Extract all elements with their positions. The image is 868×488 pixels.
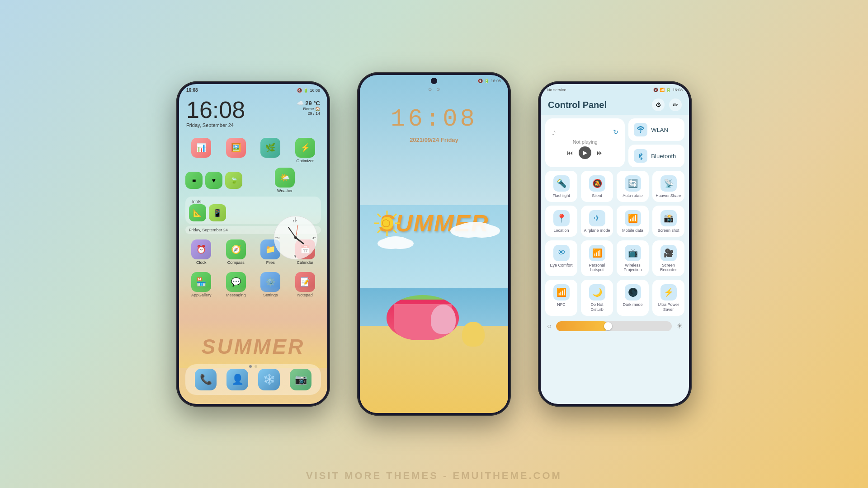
shuffle-icon[interactable]: ↻ (613, 128, 618, 136)
ctrl-ultrapowersaver[interactable]: ⚡ Ultra Power Saver (652, 280, 684, 316)
watermark: VISIT MORE THEMES - EMUITHEME.COM (306, 470, 562, 482)
bluetooth-icon (634, 149, 647, 163)
app-weather[interactable]: 🌤️ Weather (275, 168, 295, 193)
app-photos[interactable]: 🖼️ (220, 138, 252, 163)
screenshot-label: Screen shot (657, 228, 679, 233)
huawei-share-label: Huawei Share (656, 193, 681, 198)
nfc-icon: 📶 (553, 284, 570, 300)
ctrl-hotspot[interactable]: 📶 Personal hotspot (581, 240, 613, 277)
app-icon-optimizer: ⚡ (295, 138, 315, 158)
weather-widget: ☁️ 29 °C Rome 🏠 29 / 14 (297, 100, 320, 116)
ctrl-eyecomfort[interactable]: 👁 Eye Comfort (545, 240, 577, 277)
flashlight-icon: 🔦 (553, 175, 570, 192)
analog-clock-svg: 12 3 6 9 (273, 215, 318, 260)
control-grid-row2: 📍 Location ✈ Airplane mode 📶 Mobile data (545, 206, 684, 237)
control-status-left: No service (547, 88, 566, 92)
svg-line-18 (377, 214, 381, 217)
svg-point-12 (294, 236, 297, 239)
app-leaf[interactable]: 🍃 (225, 172, 242, 189)
control-status-time: 16:08 (672, 88, 683, 92)
app-icon-heart: ♥ (205, 172, 222, 189)
summer-art: SUMMER (179, 286, 327, 368)
svg-line-19 (393, 230, 396, 233)
ctrl-nfc[interactable]: 📶 NFC (545, 280, 577, 316)
eyecomfort-icon: 👁 (553, 245, 570, 261)
dock-camera[interactable]: 📷 (290, 369, 311, 390)
control-grid-row1: 🔦 Flashlight 🔕 Silent 🔄 Auto-rotate (545, 171, 684, 202)
ctrl-screenshot[interactable]: 📸 Screen shot (652, 206, 684, 237)
not-playing-text: Not playing (573, 139, 598, 145)
control-panel-title: Control Panel (548, 100, 607, 110)
ctrl-silent[interactable]: 🔕 Silent (581, 171, 613, 202)
ctrl-mobiledata[interactable]: 📶 Mobile data (617, 206, 649, 237)
ctrl-wireless-projection[interactable]: 📺 Wireless Projection (617, 240, 649, 277)
brightness-high-icon: ☀ (676, 322, 683, 330)
ctrl-huawei-share[interactable]: 📡 Huawei Share (652, 171, 684, 202)
app-eq[interactable]: ≡ (185, 172, 203, 189)
ctrl-donotdisturb[interactable]: 🌙 Do Not Disturb (581, 280, 613, 316)
ctrl-autorotate[interactable]: 🔄 Auto-rotate (617, 171, 649, 202)
dock-assistant[interactable]: ❄️ (258, 369, 280, 390)
ctrl-airplane[interactable]: ✈ Airplane mode (581, 206, 613, 237)
wlan-svg (637, 126, 645, 134)
app-compass[interactable]: 🧭 Compass (220, 239, 252, 265)
weather-temp: ☁️ 29 °C (297, 100, 320, 107)
control-status-right: 🔇 📶 🔋 16:08 (653, 88, 683, 92)
control-status-bar: No service 🔇 📶 🔋 16:08 (541, 84, 689, 94)
play-btn[interactable]: ▶ (579, 146, 591, 159)
edit-icon-btn[interactable]: ✏ (669, 99, 682, 111)
bluetooth-svg (637, 152, 645, 160)
brightness-row: ○ ☀ (545, 319, 684, 333)
ctrl-screenrecorder[interactable]: 🎥 Screen Recorder (652, 240, 684, 277)
ctrl-darkmode[interactable]: 🌑 Dark mode (617, 280, 649, 316)
sun-graphic (373, 210, 401, 237)
summer-art-text: SUMMER (202, 334, 305, 359)
lock-mute-icon: 🔇 (478, 79, 483, 83)
screenrecorder-label: Screen Recorder (655, 263, 682, 273)
control-screen: No service 🔇 📶 🔋 16:08 Control Panel ⚙ ✏ (541, 84, 689, 404)
ctrl-location[interactable]: 📍 Location (545, 206, 577, 237)
brightness-slider[interactable] (556, 321, 672, 331)
lock-time-display: 16:08 (491, 79, 501, 83)
hotspot-label: Personal hotspot (584, 263, 610, 273)
control-grid-row3: 👁 Eye Comfort 📶 Personal hotspot 📺 Wirel… (545, 240, 684, 277)
nfc-label: NFC (557, 302, 566, 307)
app-soundrecorder[interactable]: 📊 (185, 138, 217, 163)
app-heart[interactable]: ♥ (205, 172, 222, 189)
bluetooth-tile[interactable]: Bluetooth (628, 145, 684, 167)
brightness-fill (556, 321, 608, 331)
next-btn[interactable]: ⏭ (597, 149, 603, 156)
control-signal-icon: 📶 (660, 88, 665, 92)
app-grid-row1: 📊 🖼️ 🌿 ⚡ Optimizer (179, 135, 327, 166)
home-status-time2: 16:08 (310, 88, 320, 93)
lock-top-icons: ⊙ ⊙ (428, 87, 440, 92)
wireless-projection-icon: 📺 (625, 245, 641, 261)
app-label-files: Files (266, 260, 275, 265)
wlan-tile[interactable]: WLAN (628, 118, 684, 141)
app-icon-clock: ⏰ (191, 239, 211, 259)
svg-line-20 (393, 214, 396, 217)
settings-icon-btn[interactable]: ⚙ (652, 99, 665, 111)
phone-center: 🔇 🔋 16:08 ⊙ ⊙ 16:08 2021/09/24 Friday (357, 72, 511, 416)
darkmode-icon: 🌑 (625, 284, 641, 300)
app-label-compass: Compass (227, 260, 245, 265)
donotdisturb-icon: 🌙 (589, 284, 605, 300)
music-card: ♪ ↻ Not playing ⏮ ▶ ⏭ (545, 118, 625, 167)
app-icon-soundrecorder: 📊 (191, 138, 211, 158)
app-optimizer[interactable]: ⚡ Optimizer (289, 138, 321, 163)
prev-btn[interactable]: ⏮ (567, 149, 573, 156)
app-icon-compass: 🧭 (226, 239, 246, 259)
app-health[interactable]: 🌿 (255, 138, 287, 163)
cloud-1 (457, 222, 493, 235)
dock-phone[interactable]: 📞 (195, 369, 217, 390)
wireless-projection-label: Wireless Projection (619, 263, 646, 273)
brightness-handle[interactable] (604, 322, 612, 330)
app-clock[interactable]: ⏰ Clock (185, 239, 217, 265)
control-battery-icon: 🔋 (666, 88, 671, 92)
app-row2: ≡ ♥ 🍃 🌤️ Weather (179, 166, 327, 195)
lock-date: 2021/09/24 Friday (410, 136, 458, 143)
app-icon-leaf: 🍃 (225, 172, 242, 189)
ctrl-flashlight[interactable]: 🔦 Flashlight (545, 171, 577, 202)
phone-left: 16:08 🔇 🔋 16:08 16:08 Friday, September … (176, 81, 330, 407)
dock-contacts[interactable]: 👤 (226, 369, 248, 390)
